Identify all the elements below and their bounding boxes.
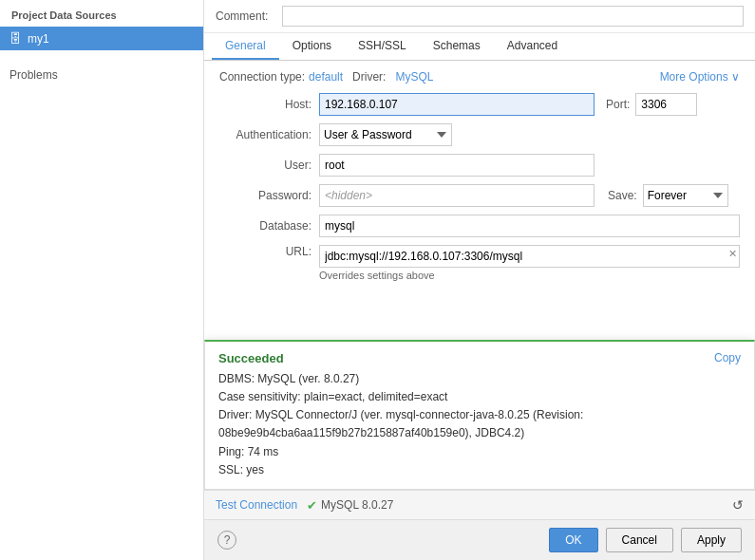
password-label: Password: (219, 189, 319, 202)
auth-wrapper: User & Password No auth (319, 123, 452, 146)
auth-select[interactable]: User & Password No auth (319, 123, 452, 146)
test-status: ✔ MySQL 8.0.27 (307, 498, 393, 513)
more-options-button[interactable]: More Options ∨ (660, 70, 740, 84)
bottom-bar: Test Connection ✔ MySQL 8.0.27 ↺ (204, 490, 755, 519)
success-line-3: Driver: MySQL Connector/J (ver. mysql-co… (218, 406, 741, 424)
tab-advanced[interactable]: Advanced (494, 33, 571, 60)
sidebar-title: Project Data Sources (0, 0, 203, 27)
auth-row: Authentication: User & Password No auth (219, 123, 740, 146)
url-row: URL: ✕ (219, 245, 740, 268)
tab-schemas[interactable]: Schemas (420, 33, 494, 60)
url-clear-button[interactable]: ✕ (728, 248, 737, 260)
sidebar-spacer (0, 50, 203, 64)
sidebar-item-my1[interactable]: 🗄 my1 (0, 27, 203, 50)
host-label: Host: (219, 98, 319, 111)
host-row: Host: Port: (219, 93, 740, 116)
conn-type-label: Connection type: (219, 70, 305, 84)
apply-button[interactable]: Apply (681, 528, 742, 552)
password-row: Password: Save: Forever Never Until rest… (219, 184, 740, 207)
test-status-text: MySQL 8.0.27 (321, 498, 393, 512)
auth-label: Authentication: (219, 128, 319, 141)
driver-label: Driver: (352, 70, 386, 84)
success-header: Succeeded Copy (218, 351, 741, 365)
sidebar: Project Data Sources 🗄 my1 Problems (0, 0, 204, 560)
save-select[interactable]: Forever Never Until restart (643, 184, 728, 207)
tab-general[interactable]: General (212, 33, 279, 60)
url-input[interactable] (319, 245, 740, 268)
success-line-4: 08be9e9b4cba6aa115f9b27b215887af40b159e0… (218, 424, 741, 442)
tab-ssh-ssl[interactable]: SSH/SSL (345, 33, 420, 60)
password-input[interactable] (319, 184, 595, 207)
success-panel: Succeeded Copy DBMS: MySQL (ver. 8.0.27)… (204, 340, 755, 490)
user-row: User: (219, 154, 740, 177)
comment-row: Comment: (204, 0, 755, 33)
sidebar-problems[interactable]: Problems (0, 64, 203, 86)
comment-input[interactable] (282, 6, 744, 27)
database-label: Database: (219, 219, 319, 233)
save-label: Save: (608, 189, 637, 202)
right-panel: Comment: General Options SSH/SSL Schemas… (204, 0, 755, 560)
footer-buttons: OK Cancel Apply (549, 528, 742, 552)
sidebar-item-label: my1 (28, 32, 49, 46)
success-line-1: DBMS: MySQL (ver. 8.0.27) (218, 370, 741, 388)
user-input[interactable] (319, 154, 595, 177)
test-connection-button[interactable]: Test Connection (216, 498, 297, 512)
url-label: URL: (219, 245, 319, 258)
success-text: DBMS: MySQL (ver. 8.0.27) Case sensitivi… (218, 370, 741, 479)
copy-button[interactable]: Copy (714, 351, 741, 364)
content-area: Connection type: default Driver: MySQL M… (204, 61, 755, 490)
ok-button[interactable]: OK (549, 528, 597, 552)
comment-label: Comment: (216, 9, 282, 23)
url-input-wrap: ✕ (319, 245, 740, 268)
host-input[interactable] (319, 93, 595, 116)
database-row: Database: (219, 215, 740, 237)
tab-options[interactable]: Options (279, 33, 345, 60)
success-title: Succeeded (218, 351, 284, 365)
success-line-2: Case sensitivity: plain=exact, delimited… (218, 388, 741, 406)
success-line-6: SSL: yes (218, 461, 741, 479)
port-input[interactable] (635, 93, 697, 116)
datasource-icon: 🗄 (9, 31, 22, 46)
dialog-footer: ? OK Cancel Apply (204, 519, 755, 560)
tabs-bar: General Options SSH/SSL Schemas Advanced (204, 33, 755, 61)
connection-type-row: Connection type: default Driver: MySQL M… (219, 70, 740, 84)
database-input[interactable] (319, 215, 740, 237)
cancel-button[interactable]: Cancel (606, 528, 673, 552)
driver-value[interactable]: MySQL (395, 70, 433, 84)
help-button[interactable]: ? (217, 531, 236, 550)
url-hint: Overrides settings above (319, 270, 740, 281)
check-icon: ✔ (307, 498, 317, 513)
port-label: Port: (606, 98, 630, 111)
user-label: User: (219, 159, 319, 172)
success-line-5: Ping: 74 ms (218, 443, 741, 461)
reset-button[interactable]: ↺ (732, 497, 744, 513)
conn-type-value[interactable]: default (309, 70, 343, 84)
